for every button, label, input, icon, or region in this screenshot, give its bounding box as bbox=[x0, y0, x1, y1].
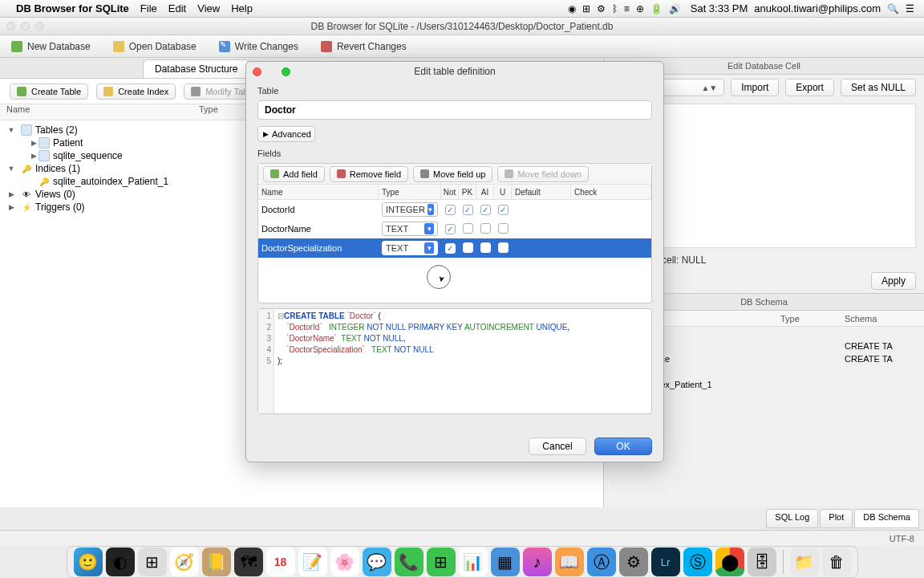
field-pk-checkbox[interactable] bbox=[459, 242, 476, 254]
field-pk-checkbox[interactable] bbox=[459, 223, 476, 235]
tab-sql-log[interactable]: SQL Log bbox=[766, 509, 818, 528]
modal-footer: Cancel OK bbox=[246, 431, 663, 462]
dock-chrome[interactable]: ⬤ bbox=[715, 547, 744, 576]
advanced-button[interactable]: ▶Advanced bbox=[257, 126, 315, 142]
new-database-label: New Database bbox=[27, 41, 91, 52]
menubar-user[interactable]: anukool.tiwari@philips.com bbox=[754, 2, 881, 14]
set-null-button[interactable]: Set as NULL bbox=[841, 79, 916, 96]
tab-db-schema[interactable]: DB Schema bbox=[854, 509, 919, 528]
sql-code: ⊟CREATE TABLE `Doctor` ( `DoctorId` INTE… bbox=[274, 309, 573, 413]
field-not-null-checkbox[interactable] bbox=[441, 224, 459, 234]
menu-help[interactable]: Help bbox=[231, 2, 253, 14]
close-window-icon[interactable] bbox=[6, 22, 15, 31]
field-row[interactable]: DoctorSpecializationTEXT▾ bbox=[258, 238, 651, 258]
remove-icon bbox=[337, 169, 346, 178]
sql-gutter: 12345 bbox=[258, 309, 274, 413]
field-not-null-checkbox[interactable] bbox=[441, 243, 459, 254]
status-icon[interactable]: ⚙ bbox=[597, 3, 606, 14]
write-changes-button[interactable]: Write Changes bbox=[214, 38, 303, 55]
dock-lightroom[interactable]: Lr bbox=[651, 547, 680, 576]
menu-view[interactable]: View bbox=[197, 2, 220, 14]
dock-maps[interactable]: 🗺 bbox=[234, 547, 263, 576]
dock-messages[interactable]: 💬 bbox=[363, 547, 391, 576]
table-name-input[interactable] bbox=[257, 100, 652, 120]
minimize-window-icon[interactable] bbox=[21, 22, 30, 31]
dock-settings[interactable]: ⚙ bbox=[619, 547, 648, 576]
dock-finder[interactable]: 🙂 bbox=[74, 547, 103, 576]
dock-appstore2[interactable]: ⊞ bbox=[427, 547, 456, 576]
move-field-up-button[interactable]: Move field up bbox=[413, 166, 492, 182]
import-button[interactable]: Import bbox=[731, 79, 779, 96]
apply-button[interactable]: Apply bbox=[871, 272, 916, 290]
dock-photos[interactable]: 🌸 bbox=[330, 547, 359, 576]
dock-launchpad[interactable]: ⊞ bbox=[138, 547, 167, 576]
dock-folder[interactable]: 📁 bbox=[790, 547, 819, 576]
battery-icon[interactable]: 🔋 bbox=[650, 3, 663, 14]
field-type-dropdown[interactable]: INTEGER▾ bbox=[379, 202, 441, 217]
cancel-button[interactable]: Cancel bbox=[529, 438, 586, 455]
spotlight-icon[interactable]: 🔍 bbox=[887, 3, 899, 14]
dock-notes[interactable]: 📝 bbox=[298, 547, 327, 576]
dock-calendar[interactable]: 18 bbox=[266, 547, 295, 576]
dock-dbbrowser[interactable]: 🗄 bbox=[748, 547, 776, 576]
field-not-null-checkbox[interactable] bbox=[441, 205, 459, 215]
create-table-button[interactable]: Create Table bbox=[10, 83, 88, 100]
menu-edit[interactable]: Edit bbox=[168, 2, 186, 14]
open-database-button[interactable]: Open Database bbox=[108, 38, 201, 55]
menubar-clock[interactable]: Sat 3:33 PM bbox=[691, 2, 748, 14]
bluetooth-icon[interactable]: ᛒ bbox=[612, 3, 618, 14]
modal-zoom-icon[interactable] bbox=[282, 67, 290, 76]
field-type-dropdown[interactable]: TEXT▾ bbox=[379, 241, 441, 255]
sql-preview: 12345 ⊟CREATE TABLE `Doctor` ( `DoctorId… bbox=[257, 308, 652, 414]
add-field-button[interactable]: Add field bbox=[263, 166, 325, 182]
wifi-icon[interactable]: ⊕ bbox=[636, 3, 644, 14]
field-ai-checkbox[interactable] bbox=[476, 205, 494, 215]
tab-plot[interactable]: Plot bbox=[820, 509, 853, 528]
remove-field-button[interactable]: Remove field bbox=[330, 166, 408, 182]
field-row[interactable]: DoctorNameTEXT▾ bbox=[258, 219, 651, 238]
window-titlebar: DB Browser for SQLite - /Users/310124463… bbox=[0, 18, 924, 35]
arrow-up-icon bbox=[420, 169, 429, 178]
field-unique-checkbox[interactable] bbox=[494, 205, 512, 215]
dock-safari[interactable]: 🧭 bbox=[170, 547, 199, 576]
field-type-dropdown[interactable]: TEXT▾ bbox=[379, 222, 441, 236]
dock-numbers[interactable]: 📊 bbox=[459, 547, 488, 576]
modal-close-icon[interactable] bbox=[253, 67, 261, 76]
create-index-button[interactable]: Create Index bbox=[96, 83, 176, 100]
dock-appstore[interactable]: Ⓐ bbox=[587, 547, 616, 576]
revert-changes-button[interactable]: Revert Changes bbox=[316, 38, 411, 55]
dock-keynote[interactable]: ▦ bbox=[491, 547, 520, 576]
revert-changes-icon bbox=[321, 41, 332, 52]
field-name[interactable]: DoctorId bbox=[258, 205, 379, 214]
field-pk-checkbox[interactable] bbox=[459, 205, 476, 215]
dock-contacts[interactable]: 📒 bbox=[202, 547, 231, 576]
field-name[interactable]: DoctorSpecialization bbox=[258, 243, 379, 253]
dock-facetime[interactable]: 📞 bbox=[395, 547, 424, 576]
menu-file[interactable]: File bbox=[140, 2, 157, 14]
write-changes-label: Write Changes bbox=[235, 41, 298, 52]
field-name[interactable]: DoctorName bbox=[258, 224, 379, 234]
status-icon[interactable]: ⊞ bbox=[582, 3, 590, 14]
field-unique-checkbox[interactable] bbox=[494, 242, 512, 254]
dock-ibooks[interactable]: 📖 bbox=[555, 547, 584, 576]
dock-siri[interactable]: ◐ bbox=[106, 547, 135, 576]
status-icon[interactable]: ◉ bbox=[568, 3, 576, 14]
new-database-button[interactable]: New Database bbox=[6, 38, 95, 55]
volume-icon[interactable]: 🔊 bbox=[669, 3, 681, 14]
fields-table-body[interactable]: DoctorIdINTEGER▾DoctorNameTEXT▾DoctorSpe… bbox=[258, 200, 651, 258]
app-name[interactable]: DB Browser for SQLite bbox=[16, 2, 129, 14]
zoom-window-icon[interactable] bbox=[35, 22, 44, 31]
field-unique-checkbox[interactable] bbox=[494, 223, 512, 235]
tab-database-structure[interactable]: Database Structure bbox=[143, 59, 249, 78]
notification-icon[interactable]: ☰ bbox=[906, 3, 914, 14]
field-ai-checkbox[interactable] bbox=[476, 223, 494, 235]
field-ai-checkbox[interactable] bbox=[476, 242, 494, 254]
dock-skype[interactable]: Ⓢ bbox=[683, 547, 712, 576]
tree-header-name: Name bbox=[0, 104, 192, 120]
ok-button[interactable]: OK bbox=[594, 438, 652, 455]
dock-trash[interactable]: 🗑 bbox=[822, 547, 851, 576]
status-icon[interactable]: ≡ bbox=[624, 3, 630, 14]
dock-itunes[interactable]: ♪ bbox=[523, 547, 552, 576]
field-row[interactable]: DoctorIdINTEGER▾ bbox=[258, 200, 651, 219]
export-button[interactable]: Export bbox=[785, 79, 834, 96]
